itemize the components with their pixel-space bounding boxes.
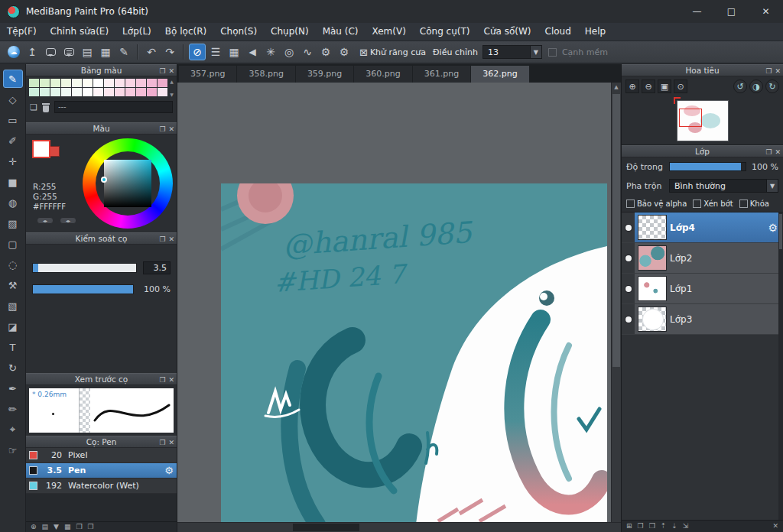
new-swatch-icon[interactable]: ❏ bbox=[30, 102, 37, 112]
color-picker-marker[interactable] bbox=[101, 177, 107, 183]
palette-swatch[interactable] bbox=[61, 88, 71, 96]
canvas-tab[interactable]: 359.png bbox=[296, 66, 353, 83]
canvas-tab[interactable]: 361.png bbox=[413, 66, 470, 83]
palette-name-field[interactable]: --- bbox=[54, 101, 173, 113]
panel-close-icon[interactable]: ✕ bbox=[775, 148, 781, 156]
layer-list-scrollbar[interactable] bbox=[778, 212, 783, 520]
palette-swatch[interactable] bbox=[147, 88, 157, 96]
gradient-tool[interactable]: ▨ bbox=[3, 214, 23, 232]
palette-swatch[interactable] bbox=[83, 79, 93, 87]
adjust-dropdown[interactable]: 13 ▼ bbox=[482, 45, 542, 59]
redo-icon[interactable]: ↷ bbox=[161, 44, 178, 60]
add-layer-icon[interactable]: ⊞ bbox=[626, 521, 632, 531]
layer-row[interactable]: Lớp1 bbox=[622, 274, 783, 304]
screentone-icon[interactable]: ▦ bbox=[226, 44, 242, 60]
brush-list-panel-header[interactable]: Cọ: Pen ❐ ✕ bbox=[26, 436, 177, 448]
layer-row[interactable]: Lớp3 bbox=[622, 304, 783, 335]
minimize-button[interactable]: — bbox=[680, 0, 714, 23]
canvas-tab[interactable]: 357.png bbox=[179, 66, 236, 83]
rotate-right-icon[interactable]: ↻ bbox=[765, 79, 779, 93]
duplicate-layer-icon[interactable]: ❐ bbox=[638, 521, 644, 531]
layer-row-selected[interactable]: Lớp4 ⚙ bbox=[622, 212, 783, 243]
foreground-color-swatch[interactable] bbox=[32, 140, 50, 158]
panel-close-icon[interactable]: ✕ bbox=[775, 67, 781, 75]
lasso-tool[interactable]: ◌ bbox=[3, 255, 23, 274]
select-pen-tool[interactable]: ▧ bbox=[3, 297, 23, 315]
text-tool[interactable]: T bbox=[3, 338, 23, 356]
medibang-cloud-icon[interactable]: ☁ bbox=[5, 44, 22, 60]
triangle-icon[interactable]: ◀ bbox=[244, 44, 261, 60]
brush-settings-gear-icon[interactable]: ⚙ bbox=[164, 465, 174, 476]
color-slider-right-arrows[interactable]: ◂▸ bbox=[60, 217, 76, 224]
panel-popout-icon[interactable]: ❐ bbox=[765, 148, 772, 156]
brush-grid-icon[interactable]: ▦ bbox=[64, 522, 71, 532]
color-panel-header[interactable]: Màu ❐ ✕ bbox=[26, 122, 177, 135]
menu-item-color[interactable]: Màu (C) bbox=[316, 23, 366, 41]
wand-tool[interactable]: ⚒ bbox=[3, 276, 23, 294]
palette-scrollbar[interactable]: ▲▼ bbox=[169, 79, 174, 97]
color-slider-left-arrows[interactable]: ◂▸ bbox=[37, 217, 54, 224]
alpha-protect-checkbox[interactable] bbox=[626, 200, 635, 208]
layer-visibility-toggle[interactable] bbox=[622, 274, 635, 303]
rotate-left-icon[interactable]: ↺ bbox=[733, 79, 747, 93]
delete-layer-icon[interactable]: ✕ bbox=[772, 521, 778, 531]
brush-menu-icon[interactable]: ▼ bbox=[54, 522, 59, 532]
navigator-view-rectangle[interactable] bbox=[679, 109, 702, 127]
palette-swatch[interactable] bbox=[93, 79, 103, 87]
brush-list-item-selected[interactable]: 3.5 Pen ⚙ bbox=[26, 463, 177, 478]
palette-swatch[interactable] bbox=[40, 79, 50, 87]
panel-popout-icon[interactable]: ❐ bbox=[159, 125, 165, 133]
document-grid-icon[interactable]: ▦ bbox=[97, 44, 114, 60]
menu-item-view[interactable]: Xem(V) bbox=[366, 23, 413, 41]
panel-popout-icon[interactable]: ❐ bbox=[159, 439, 165, 446]
fit-window-icon[interactable]: ▣ bbox=[658, 79, 671, 93]
settings-gear-icon[interactable]: ⚙ bbox=[336, 44, 353, 60]
layer-panel-header[interactable]: Lớp ❐ ✕ bbox=[622, 145, 783, 157]
canvas-tab-active[interactable]: 362.png bbox=[471, 66, 528, 83]
horizontal-scroll-thumb[interactable] bbox=[293, 524, 359, 531]
zoom-out-icon[interactable]: ⊖ bbox=[642, 79, 655, 93]
navigator-thumbnail[interactable] bbox=[677, 101, 728, 141]
maximize-button[interactable]: □ bbox=[714, 0, 749, 23]
palette-swatch[interactable] bbox=[61, 79, 71, 87]
layer-folder-icon[interactable]: ❒ bbox=[649, 521, 655, 531]
brush-folder-icon[interactable]: ❒ bbox=[76, 522, 83, 532]
brush-control-panel-header[interactable]: Kiểm soát cọ ❐ ✕ bbox=[26, 232, 177, 245]
brush-list-item[interactable]: 20 Pixel bbox=[26, 448, 177, 463]
move-layer-up-icon[interactable]: ⇡ bbox=[661, 521, 667, 531]
eraser-tool[interactable]: ◇ bbox=[3, 90, 23, 109]
eyedropper-tool[interactable]: ⌖ bbox=[3, 420, 23, 439]
palette-swatch[interactable] bbox=[136, 88, 146, 96]
palette-swatch[interactable] bbox=[125, 88, 135, 96]
brush-tool[interactable]: ✎ bbox=[3, 70, 23, 88]
panel-popout-icon[interactable]: ❐ bbox=[765, 67, 772, 75]
chat-icon[interactable] bbox=[60, 44, 77, 60]
navigator-panel-header[interactable]: Hoa tiêu ❐ ✕ bbox=[622, 64, 783, 76]
palette-swatch[interactable] bbox=[72, 79, 82, 87]
concentric-icon[interactable]: ◎ bbox=[281, 44, 297, 60]
panel-close-icon[interactable]: ✕ bbox=[168, 439, 174, 446]
pencil-tool[interactable]: ✏ bbox=[3, 400, 23, 418]
hand-tool[interactable]: ☞ bbox=[3, 441, 23, 459]
panel-close-icon[interactable]: ✕ bbox=[168, 235, 174, 243]
lock-option[interactable]: Khóa bbox=[739, 200, 769, 208]
palette-swatch[interactable] bbox=[104, 79, 114, 87]
snap-icon[interactable]: ✳ bbox=[262, 44, 279, 60]
brush-shape-icon[interactable]: ⊘ bbox=[189, 44, 206, 60]
layer-visibility-toggle[interactable] bbox=[622, 304, 635, 334]
merge-layer-icon[interactable]: ⇲ bbox=[683, 521, 689, 531]
menu-item-filter[interactable]: Bộ lọc(R) bbox=[158, 23, 213, 41]
background-color-swatch[interactable] bbox=[49, 146, 60, 157]
menu-item-snap[interactable]: Chụp(N) bbox=[264, 23, 316, 41]
layer-visibility-toggle[interactable] bbox=[622, 243, 635, 273]
draw-tool[interactable]: ✐ bbox=[3, 131, 23, 150]
snap-settings-gear-icon[interactable]: ⚙ bbox=[317, 44, 334, 60]
pen-tool[interactable]: ✒ bbox=[3, 379, 23, 397]
menu-item-window[interactable]: Cửa sổ(W) bbox=[477, 23, 538, 41]
zoom-reset-icon[interactable]: ⊙ bbox=[674, 79, 687, 93]
document-edit-icon[interactable]: ✎ bbox=[115, 44, 132, 60]
menu-item-edit[interactable]: Chỉnh sửa(E) bbox=[44, 23, 116, 41]
clipping-option[interactable]: Xén bớt bbox=[693, 200, 733, 208]
brush-size-slider[interactable] bbox=[32, 263, 137, 273]
menu-item-select[interactable]: Chọn(S) bbox=[213, 23, 264, 41]
